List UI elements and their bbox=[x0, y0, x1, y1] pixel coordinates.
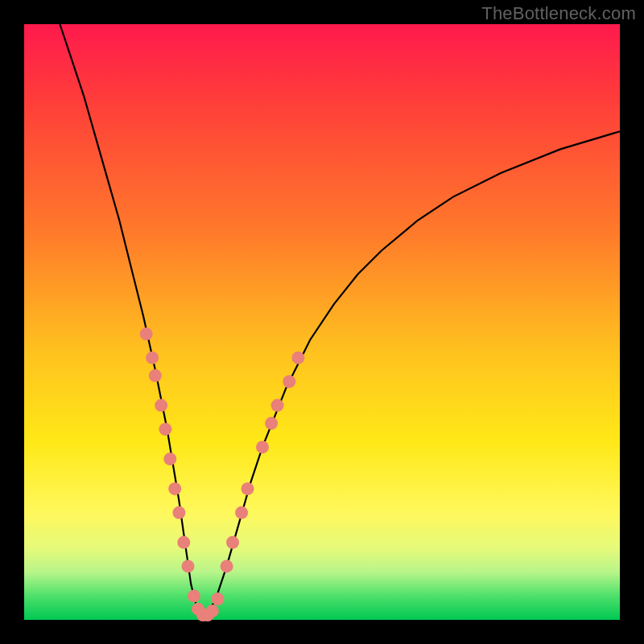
data-point bbox=[188, 589, 200, 602]
data-point bbox=[177, 536, 190, 549]
bottleneck-curve bbox=[60, 24, 620, 617]
data-point bbox=[291, 351, 304, 364]
chart-canvas: TheBottleneck.com bbox=[0, 0, 644, 644]
data-point bbox=[163, 452, 176, 465]
data-point bbox=[172, 506, 185, 519]
plot-area bbox=[24, 24, 620, 620]
data-point bbox=[168, 482, 181, 495]
data-point bbox=[226, 536, 239, 549]
data-point bbox=[235, 506, 248, 519]
data-point bbox=[146, 351, 159, 364]
data-point bbox=[283, 375, 295, 388]
data-point bbox=[212, 592, 225, 605]
data-point bbox=[182, 559, 195, 572]
data-point bbox=[221, 559, 233, 572]
data-point bbox=[206, 605, 219, 617]
data-point bbox=[149, 369, 162, 382]
data-point bbox=[265, 417, 278, 430]
data-point bbox=[155, 399, 167, 412]
data-point bbox=[140, 328, 153, 341]
watermark-text: TheBottleneck.com bbox=[481, 3, 636, 24]
data-point bbox=[159, 423, 171, 436]
data-point bbox=[242, 482, 254, 495]
data-point bbox=[256, 440, 269, 453]
curve-svg bbox=[24, 24, 620, 620]
data-point bbox=[271, 399, 284, 412]
